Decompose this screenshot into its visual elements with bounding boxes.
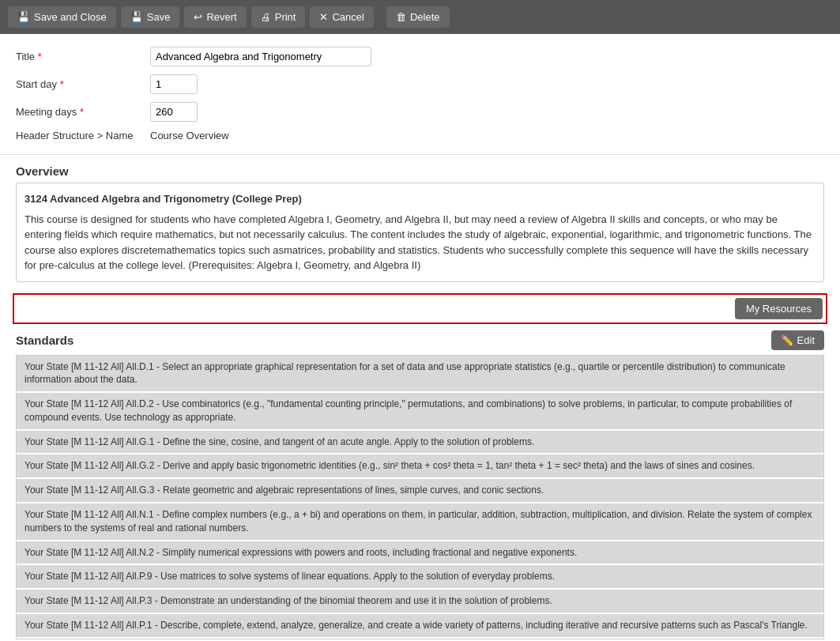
standard-item: Your State [M 11-12 All] All.N.2 - Simpl… [17, 541, 823, 566]
standard-item: Your State [M 11-12 M] 12.D.7 - Compare … [17, 639, 823, 639]
save-and-close-icon: 💾 [17, 11, 30, 23]
standards-title: Standards [16, 334, 73, 347]
my-resources-bar: My Resources [13, 293, 827, 324]
edit-label: Edit [797, 334, 815, 346]
title-required: * [38, 51, 42, 62]
title-row: Title * [16, 47, 824, 66]
overview-section: 3124 Advanced Algebra and Trigonometry (… [0, 183, 840, 290]
start-day-row: Start day * [16, 74, 824, 94]
cancel-button[interactable]: ✕ Cancel [310, 6, 373, 28]
edit-button[interactable]: ✏️ Edit [771, 330, 824, 350]
standard-item: Your State [M 11-12 All] All.G.2 - Deriv… [17, 454, 823, 479]
header-structure-value: Course Overview [150, 130, 229, 141]
title-label: Title * [16, 51, 150, 62]
standard-item: Your State [M 11-12 All] All.P.9 - Use m… [17, 565, 823, 590]
standards-header-row: Standards ✏️ Edit [16, 330, 824, 350]
my-resources-button[interactable]: My Resources [735, 298, 823, 319]
title-input[interactable] [150, 47, 371, 66]
delete-icon: 🗑 [396, 11, 406, 23]
revert-button[interactable]: ↩ Revert [184, 6, 246, 28]
content-area: Title * Start day * Meeting days * Heade… [0, 34, 840, 641]
form-section: Title * Start day * Meeting days * Heade… [0, 34, 840, 155]
start-day-label: Start day * [16, 78, 150, 90]
header-structure-label: Header Structure > Name [16, 130, 150, 141]
standard-item: Your State [M 11-12 All] All.P.1 - Descr… [17, 614, 823, 639]
toolbar: 💾 Save and Close 💾 Save ↩ Revert 🖨 Print… [0, 0, 840, 34]
overview-section-header: Overview [0, 155, 840, 183]
save-label: Save [147, 11, 171, 23]
header-structure-row: Header Structure > Name Course Overview [16, 130, 824, 141]
meeting-days-input[interactable] [150, 102, 198, 122]
standard-item: Your State [M 11-12 All] All.N.1 - Defin… [17, 503, 823, 541]
standards-list[interactable]: Your State [M 11-12 All] All.D.1 - Selec… [16, 355, 824, 639]
start-day-required: * [60, 78, 64, 90]
save-icon: 💾 [130, 11, 143, 23]
start-day-input[interactable] [150, 74, 198, 94]
meeting-days-required: * [80, 106, 84, 118]
standard-item: Your State [M 11-12 All] All.G.3 - Relat… [17, 479, 823, 503]
save-button[interactable]: 💾 Save [121, 6, 180, 28]
print-icon: 🖨 [261, 11, 271, 23]
overview-body: This course is designed for students who… [24, 212, 816, 273]
cancel-label: Cancel [332, 11, 363, 23]
print-label: Print [275, 11, 296, 23]
edit-icon: ✏️ [781, 334, 793, 346]
standards-section: Standards ✏️ Edit Your State [M 11-12 Al… [0, 330, 840, 642]
save-and-close-label: Save and Close [34, 11, 107, 23]
standard-item: Your State [M 11-12 All] All.D.1 - Selec… [17, 356, 823, 394]
revert-label: Revert [206, 11, 236, 23]
revert-icon: ↩ [194, 11, 202, 23]
delete-label: Delete [410, 11, 440, 23]
standard-item: Your State [M 11-12 All] All.D.2 - Use c… [17, 393, 823, 431]
meeting-days-label: Meeting days * [16, 106, 150, 118]
overview-box: 3124 Advanced Algebra and Trigonometry (… [16, 183, 824, 282]
print-button[interactable]: 🖨 Print [251, 6, 306, 28]
standard-item: Your State [M 11-12 All] All.P.3 - Demon… [17, 590, 823, 614]
delete-button[interactable]: 🗑 Delete [386, 6, 450, 28]
save-and-close-button[interactable]: 💾 Save and Close [8, 6, 116, 28]
standard-item: Your State [M 11-12 All] All.G.1 - Defin… [17, 431, 823, 455]
cancel-icon: ✕ [319, 11, 328, 23]
overview-title: 3124 Advanced Algebra and Trigonometry (… [24, 191, 816, 207]
meeting-days-row: Meeting days * [16, 102, 824, 122]
